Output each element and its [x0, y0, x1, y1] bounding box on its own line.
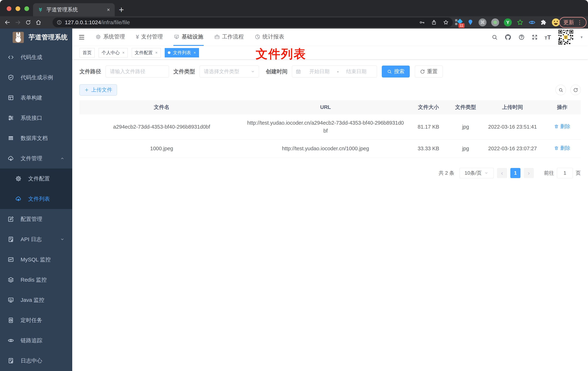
sidebar-item-code-gen[interactable]: 代码生成	[0, 47, 72, 67]
sidebar-item-redis-monitor[interactable]: Redis 监控	[0, 270, 72, 290]
new-tab-button[interactable]: +	[119, 5, 124, 15]
chart-pie-icon	[255, 34, 260, 40]
tag-profile[interactable]: 个人中心 ×	[99, 48, 128, 57]
app-logo[interactable]: 芋道管理系统	[0, 29, 72, 46]
delete-button[interactable]: 删除	[554, 123, 570, 130]
close-icon[interactable]: ×	[155, 50, 158, 55]
collapse-sidebar-icon[interactable]	[78, 34, 85, 41]
filter-form: 文件路径 文件类型 请选择文件类型 创建时间 开始日期 - 结束日期 搜索	[79, 65, 581, 77]
cell-url: http://test.yudao.iocoder.cn/a294ecb2-73…	[244, 119, 407, 135]
column-header-actions: 操作	[544, 103, 581, 111]
avatar[interactable]	[558, 29, 574, 45]
cell-type: jpg	[450, 123, 482, 131]
chevron-down-icon	[251, 69, 255, 74]
window-minimize-button[interactable]	[16, 6, 20, 11]
file-path-input[interactable]	[105, 65, 169, 77]
column-header-time: 上传时间	[482, 103, 544, 111]
sidebar-item-config-management[interactable]: 配置管理	[0, 209, 72, 229]
help-icon[interactable]	[518, 34, 525, 41]
extension-star-icon[interactable]	[516, 19, 524, 26]
tag-home[interactable]: 首页	[79, 48, 95, 57]
tag-file-config[interactable]: 文件配置 ×	[132, 48, 161, 57]
extension-command-icon[interactable]: ⌘	[479, 18, 486, 26]
window-zoom-button[interactable]	[24, 6, 29, 11]
refresh-table-button[interactable]	[570, 85, 581, 95]
sidebar-item-form-builder[interactable]: 表单构建	[0, 88, 72, 108]
date-start-placeholder: 开始日期	[303, 68, 336, 75]
bookmark-star-icon[interactable]	[443, 20, 449, 25]
sidebar-item-file-config[interactable]: 文件配置	[0, 169, 72, 189]
code-icon	[8, 54, 14, 61]
extensions-puzzle-icon[interactable]	[540, 19, 547, 26]
tag-file-list[interactable]: 文件列表 ×	[165, 48, 199, 57]
extension-balloon-icon[interactable]	[467, 19, 474, 26]
nav-system-management[interactable]: 系统管理	[95, 29, 125, 46]
sidebar-item-file-management[interactable]: 文件管理	[0, 148, 72, 169]
trash-icon	[554, 124, 559, 129]
column-header-filename: 文件名	[79, 103, 244, 111]
sidebar-item-api-log[interactable]: API 日志	[0, 229, 72, 249]
page-size-select[interactable]: 10条/页	[459, 168, 494, 178]
app-title: 芋道管理系统	[29, 33, 68, 42]
extension-eye-icon[interactable]	[528, 19, 536, 26]
browser-extensions: 11 ⌘ Y	[455, 17, 560, 28]
sidebar-item-tracing[interactable]: 链路追踪	[0, 330, 72, 350]
sidebar-item-scheduled-tasks[interactable]: 定时任务	[0, 310, 72, 330]
nav-payment-management[interactable]: ¥ 支付管理	[136, 29, 163, 46]
logo-rabbit-icon	[13, 32, 24, 43]
address-bar[interactable]: 127.0.0.1:1024/infra/file/file	[52, 18, 453, 27]
date-range-picker[interactable]: 开始日期 - 结束日期	[292, 65, 377, 77]
cell-filename: 1000.jpeg	[79, 145, 244, 153]
file-type-select[interactable]: 请选择文件类型	[199, 65, 259, 77]
avatar-caret-icon[interactable]: ▾	[581, 35, 583, 40]
close-tab-icon[interactable]: ×	[107, 7, 110, 13]
sidebar-item-log-center[interactable]: 日志中心	[0, 350, 72, 371]
browser-chrome: 芋道管理系统 × + 127.0.0.1:1024/infra/file/fil…	[0, 0, 588, 29]
form-grid-icon	[8, 95, 14, 101]
fullscreen-icon[interactable]	[532, 34, 538, 40]
browser-update-button[interactable]: 更新 ⋮	[559, 17, 587, 28]
sidebar-item-code-demo[interactable]: 代码生成示例	[0, 67, 72, 88]
share-icon[interactable]	[431, 20, 437, 25]
github-icon[interactable]	[504, 34, 511, 41]
sidebar-item-system-api[interactable]: 系统接口	[0, 108, 72, 128]
forward-icon[interactable]	[15, 19, 21, 25]
page-number-1[interactable]: 1	[510, 168, 520, 178]
delete-button[interactable]: 删除	[554, 144, 570, 152]
extension-emoji-icon[interactable]	[552, 18, 560, 26]
search-button[interactable]: 搜索	[382, 65, 410, 77]
extension-tampermonkey-icon[interactable]: 11	[455, 19, 462, 26]
pagination: 共 2 条 10条/页 ‹ 1 › 前往 页	[79, 168, 581, 178]
sidebar-item-mysql-monitor[interactable]: MySQL 监控	[0, 249, 72, 270]
extension-recorder-icon[interactable]	[491, 18, 499, 26]
nav-workflow[interactable]: 工作流程	[214, 29, 244, 46]
prev-page-button[interactable]: ‹	[497, 168, 507, 178]
search-icon[interactable]	[492, 34, 498, 40]
annotation-text: 文件列表	[256, 46, 306, 62]
close-icon[interactable]: ×	[194, 50, 196, 55]
nav-reports[interactable]: 统计报表	[254, 29, 285, 46]
site-info-icon[interactable]	[56, 20, 62, 25]
reload-icon[interactable]	[25, 20, 31, 25]
close-icon[interactable]: ×	[122, 50, 125, 55]
font-size-icon[interactable]: TT	[545, 34, 551, 40]
password-key-icon[interactable]	[419, 20, 425, 25]
toggle-search-button[interactable]	[556, 85, 566, 95]
back-icon[interactable]	[4, 19, 10, 25]
column-header-size: 文件大小	[407, 103, 450, 111]
home-icon[interactable]	[35, 19, 42, 25]
reset-button[interactable]: 重置	[415, 65, 443, 77]
sidebar-item-file-list[interactable]: 文件列表	[0, 189, 72, 209]
goto-page-input[interactable]	[557, 168, 573, 178]
url-host: 127.0.0.1:1024	[65, 19, 101, 25]
refresh-icon	[420, 69, 425, 74]
sidebar-item-java-monitor[interactable]: Java 监控	[0, 290, 72, 310]
extension-y-icon[interactable]: Y	[504, 18, 512, 26]
next-page-button[interactable]: ›	[524, 168, 534, 178]
browser-menu-icon[interactable]: ⋮	[577, 19, 582, 26]
window-close-button[interactable]	[7, 6, 11, 11]
nav-infrastructure[interactable]: 基础设施	[173, 29, 204, 46]
browser-tab[interactable]: 芋道管理系统 ×	[33, 3, 115, 16]
sidebar-item-db-doc[interactable]: 数据库文档	[0, 128, 72, 148]
upload-file-button[interactable]: 上传文件	[79, 84, 117, 95]
